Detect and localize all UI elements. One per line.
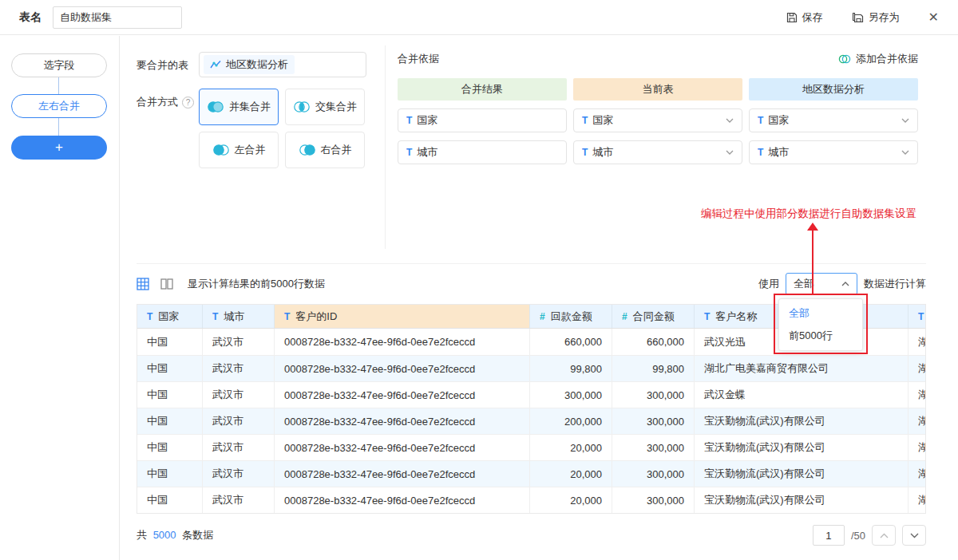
table-cell: 300,000 <box>612 408 695 434</box>
column-label: 国家 <box>158 310 179 324</box>
table-view-icon[interactable] <box>137 278 149 290</box>
merge-method-left-button[interactable]: 左合并 <box>199 132 279 168</box>
table-row: 中国武汉市0008728e-b332-47ee-9f6d-0ee7e2fcecc… <box>137 434 925 460</box>
table-column-header-3[interactable]: #回款金额 <box>530 305 612 328</box>
basis-field-select[interactable]: T国家 <box>573 108 742 132</box>
basis-column-header: 合并结果 <box>398 78 567 101</box>
merge-method-label: 并集合并 <box>229 100 271 114</box>
save-button[interactable]: 保存 <box>786 10 823 25</box>
flow-connector-line <box>58 118 59 136</box>
page-down-button[interactable] <box>902 525 926 546</box>
text-type-icon: T <box>758 115 763 126</box>
text-type-icon: T <box>704 311 710 322</box>
pagination: /50 <box>813 525 926 546</box>
table-name-input[interactable] <box>53 6 182 29</box>
dropdown-option[interactable]: 全部 <box>779 302 862 325</box>
basis-column: 当前表T国家T城市 <box>573 78 742 164</box>
chevron-down-icon <box>910 533 919 538</box>
table-cell: 宝沃勤物流(武汉)有限公司 <box>695 461 909 487</box>
merge-circles-icon <box>838 53 851 65</box>
venn-intersect-icon <box>293 101 311 113</box>
table-cell: 武汉市 <box>203 461 275 487</box>
table-column-header-4[interactable]: #合同金额 <box>612 305 695 328</box>
merge-basis-panel: 合并依据 添加合并依据 合并结果T国家T城市当前表T国家T城市地区数据分析T国家… <box>398 52 918 164</box>
table-cell: 武汉市 <box>203 408 275 434</box>
annotation-text: 编辑过程中使用部分数据进行自助数据集设置 <box>701 207 916 221</box>
page-number-input[interactable] <box>813 525 845 546</box>
total-count-text: 共 5000 条数据 <box>137 528 213 542</box>
basis-field-select[interactable]: T城市 <box>573 140 742 164</box>
table-row: 中国武汉市0008728e-b332-47ee-9f6d-0ee7e2fcecc… <box>137 355 925 381</box>
app-root: 表名 保存 另存为 ✕ 选字段 左右合并 + <box>0 0 958 560</box>
table-cell: 0008728e-b332-47ee-9f6d-0ee7e2fceccd <box>275 329 530 355</box>
close-icon[interactable]: ✕ <box>928 11 939 24</box>
table-column-header-6[interactable]: T <box>909 305 926 328</box>
table-cell: 中国 <box>137 382 203 408</box>
column-label: 回款金额 <box>551 310 592 324</box>
page-up-button[interactable] <box>872 525 896 546</box>
merge-table-tag: 地区数据分析 <box>204 55 295 74</box>
table-row: 中国武汉市0008728e-b332-47ee-9f6d-0ee7e2fcecc… <box>137 408 925 434</box>
text-type-icon: T <box>758 147 763 158</box>
table-column-header-0[interactable]: T国家 <box>137 305 203 328</box>
table-cell: 湖 <box>909 435 926 460</box>
basis-field: T国家 <box>398 108 567 132</box>
merge-method-right-button[interactable]: 右合并 <box>285 132 365 168</box>
help-icon[interactable]: ? <box>182 97 194 108</box>
table-cell: 武汉市 <box>203 356 275 381</box>
table-cell: 湖 <box>909 356 926 381</box>
save-as-icon <box>852 12 864 23</box>
column-label: 客户名称 <box>715 310 757 324</box>
merge-table-input[interactable]: 地区数据分析 <box>199 52 366 77</box>
merge-method-intersect-button[interactable]: 交集合并 <box>285 89 365 125</box>
dropdown-option[interactable]: 前5000行 <box>779 325 862 347</box>
table-cell: 湖 <box>909 461 926 487</box>
merge-basis-title: 合并依据 <box>398 52 439 66</box>
sidebar-item-merge-node[interactable]: 左右合并 <box>11 94 107 118</box>
table-cell: 湖 <box>909 329 926 355</box>
add-merge-basis-button[interactable]: 添加合并依据 <box>838 52 918 66</box>
field-label: 城市 <box>592 145 613 160</box>
merge-basis-columns: 合并结果T国家T城市当前表T国家T城市地区数据分析T国家T城市 <box>398 78 918 164</box>
table-cell: 中国 <box>137 356 203 381</box>
basis-field-select[interactable]: T城市 <box>749 140 918 164</box>
table-cell: 宝沃勤物流(武汉)有限公司 <box>695 487 909 513</box>
use-suffix-label: 数据进行计算 <box>864 277 926 291</box>
use-data-dropdown: 全部前5000行 <box>778 298 863 351</box>
add-merge-basis-label: 添加合并依据 <box>856 52 918 66</box>
table-cell: 0008728e-b332-47ee-9f6d-0ee7e2fceccd <box>275 408 530 434</box>
table-cell: 中国 <box>137 487 203 513</box>
table-column-header-1[interactable]: T城市 <box>203 305 275 328</box>
table-cell: 湖 <box>909 382 926 408</box>
table-cell: 湖 <box>909 487 926 513</box>
text-type-icon: T <box>406 115 412 126</box>
table-cell: 20,000 <box>530 487 612 513</box>
basis-field-select[interactable]: T国家 <box>749 108 918 132</box>
table-cell: 300,000 <box>612 382 695 408</box>
text-type-icon: T <box>582 115 588 126</box>
table-cell: 中国 <box>137 461 203 487</box>
page-total-label: /50 <box>851 530 865 542</box>
merge-method-union-button[interactable]: 并集合并 <box>199 89 279 125</box>
table-cell: 中国 <box>137 408 203 434</box>
save-as-button[interactable]: 另存为 <box>852 10 900 25</box>
table-cell: 0008728e-b332-47ee-9f6d-0ee7e2fceccd <box>275 487 530 513</box>
table-name-label: 表名 <box>19 10 42 25</box>
card-view-icon[interactable] <box>160 278 173 290</box>
use-data-select[interactable]: 全部 <box>786 273 857 295</box>
number-type-icon: # <box>622 311 627 322</box>
flow-sidebar: 选字段 左右合并 + <box>0 36 120 560</box>
chevron-down-icon <box>901 118 909 123</box>
preview-footer: 共 5000 条数据 /50 <box>137 523 926 547</box>
table-cell: 中国 <box>137 329 203 355</box>
annotation-arrow-head <box>807 223 818 231</box>
table-cell: 武汉金蝶 <box>695 382 909 408</box>
sidebar-item-select-field[interactable]: 选字段 <box>11 53 107 77</box>
table-cell: 0008728e-b332-47ee-9f6d-0ee7e2fceccd <box>275 435 530 460</box>
table-cell: 300,000 <box>612 487 695 513</box>
field-label: 国家 <box>592 113 613 128</box>
venn-left-icon <box>212 144 230 156</box>
table-column-header-2[interactable]: T客户的ID <box>275 305 530 328</box>
table-cell: 99,800 <box>530 356 612 381</box>
add-step-button[interactable]: + <box>11 136 107 160</box>
